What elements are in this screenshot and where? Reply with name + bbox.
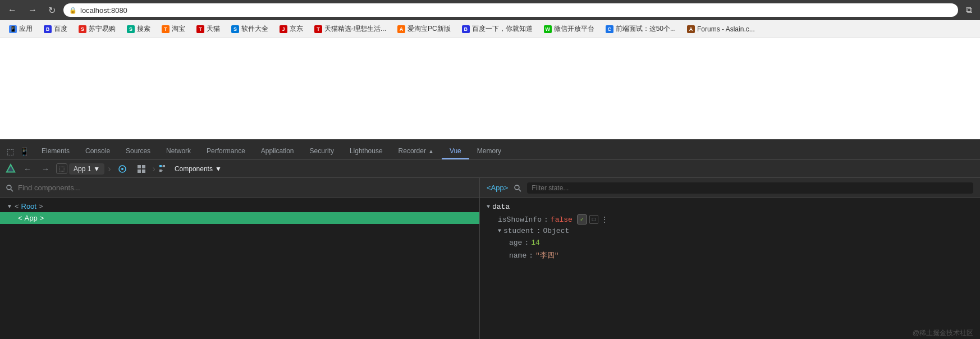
- bookmark-apps[interactable]: 📱 应用: [4, 23, 37, 35]
- bookmark-interview[interactable]: C 前端面试：这50个...: [601, 23, 680, 35]
- back-component-button[interactable]: ←: [20, 163, 35, 175]
- browser-titlebar: ← → ↻ 🔒 localhost:8080 ⧉: [0, 0, 980, 20]
- svg-line-16: [519, 189, 521, 191]
- bookmark-label-wechat: 微信开放平台: [554, 24, 594, 34]
- forward-button[interactable]: →: [25, 4, 40, 16]
- bookmark-icon-apps: 📱: [9, 25, 17, 33]
- tab-performance[interactable]: Performance: [199, 144, 253, 159]
- back-button[interactable]: ←: [4, 4, 20, 16]
- bookmark-icon-suning: S: [79, 25, 86, 33]
- tab-application[interactable]: Application: [253, 144, 302, 159]
- tab-memory[interactable]: Memory: [469, 144, 509, 159]
- bookmark-label-tmall: 天猫: [207, 24, 220, 34]
- student-arrow: ▼: [498, 228, 501, 234]
- bookmark-baidu2[interactable]: B 百度一下，你就知道: [457, 23, 537, 35]
- bookmark-taobao[interactable]: T 淘宝: [157, 23, 190, 35]
- tab-elements[interactable]: Elements: [34, 144, 77, 159]
- bookmark-icon-wechat: W: [544, 25, 552, 33]
- data-section: ▼ data isShowInfo : false ✓ □: [487, 203, 973, 262]
- bookmark-tmall[interactable]: T 天猫: [192, 23, 225, 35]
- inspect-component-button[interactable]: [115, 163, 130, 175]
- inspect-icon-button[interactable]: ⬚: [4, 146, 16, 157]
- tab-network[interactable]: Network: [158, 144, 199, 159]
- devtools-tabs-bar: ⬚ 📱 Elements Console Sources Network Per…: [0, 140, 980, 160]
- external-link-button[interactable]: ⧉: [963, 4, 976, 16]
- device-icon-button[interactable]: 📱: [17, 146, 31, 157]
- bookmark-icon-baidu2: B: [462, 25, 470, 33]
- bookmark-icon-baidu: B: [44, 25, 52, 33]
- svg-rect-8: [159, 165, 162, 167]
- tab-console[interactable]: Console: [77, 144, 118, 159]
- components-label: Components: [175, 165, 213, 173]
- student-colon: :: [537, 227, 541, 235]
- age-key: age: [509, 239, 522, 247]
- bookmark-label-baidu: 百度: [54, 24, 67, 34]
- tree-item-root[interactable]: ▼ <Root>: [0, 200, 479, 212]
- bookmark-wechat[interactable]: W 微信开放平台: [539, 23, 599, 35]
- filter-state-input[interactable]: [527, 182, 973, 194]
- tab-security[interactable]: Security: [302, 144, 342, 159]
- toolbar-separator-1: ›: [108, 164, 111, 174]
- age-row: age : 14: [498, 239, 540, 247]
- data-section-arrow: ▼: [487, 204, 490, 210]
- copy-value-button[interactable]: □: [589, 215, 598, 224]
- tree-item-app[interactable]: <App>: [0, 212, 479, 224]
- component-search-bar: [0, 178, 479, 198]
- bookmark-jd[interactable]: J 京东: [275, 23, 308, 35]
- name-value: "李四": [535, 250, 559, 260]
- app-selector[interactable]: App 1 ▼: [69, 163, 104, 175]
- refresh-button[interactable]: ↻: [45, 4, 59, 17]
- bookmark-search[interactable]: S 搜索: [122, 23, 155, 35]
- app-selector-container[interactable]: ⬚ App 1 ▼: [56, 163, 104, 175]
- student-header[interactable]: ▼ student : Object: [498, 227, 569, 235]
- data-section-header[interactable]: ▼ data: [487, 203, 973, 211]
- component-tree-icon: [159, 164, 168, 173]
- bookmark-icon-jd: J: [280, 25, 287, 33]
- state-panel: <App> ▼ data isShowInfo : false: [480, 178, 980, 339]
- components-selector-container: Components ▼: [159, 163, 226, 175]
- tab-lighthouse[interactable]: Lighthouse: [342, 144, 391, 159]
- svg-rect-7: [142, 170, 145, 173]
- component-search-input[interactable]: [18, 184, 474, 192]
- bookmark-forums[interactable]: A Forums - Aslain.c...: [683, 24, 759, 34]
- tab-vue[interactable]: Vue: [442, 144, 469, 159]
- components-dropdown-button[interactable]: Components ▼: [170, 163, 226, 175]
- app-tag: App: [25, 214, 38, 222]
- bookmark-label-taobao: 淘宝: [172, 24, 185, 34]
- tab-sources[interactable]: Sources: [118, 144, 158, 159]
- bookmark-label-suning: 苏宁易购: [89, 24, 116, 34]
- student-key: student: [503, 227, 534, 235]
- url-text: localhost:8080: [80, 6, 127, 15]
- vue-devtools-toolbar: ← → ⬚ App 1 ▼ › › Components ▼: [0, 160, 980, 178]
- vue-logo-icon: [4, 163, 17, 175]
- isshowinfo-key: isShowInfo: [498, 216, 542, 224]
- svg-rect-10: [159, 170, 162, 172]
- root-bracket-open: <: [15, 202, 19, 210]
- bookmark-icon-aitaobao: A: [397, 25, 405, 33]
- address-bar[interactable]: 🔒 localhost:8080: [63, 3, 958, 17]
- isshowinfo-action-icons: ✓ □ ⋮: [577, 214, 608, 225]
- bookmark-soft[interactable]: S 软件大全: [227, 23, 273, 35]
- isshowinfo-row: isShowInfo : false ✓ □ ⋮: [487, 213, 973, 226]
- bookmark-tmall2[interactable]: T 天猫精选-理想生活...: [310, 23, 391, 35]
- bookmark-icon-tmall2: T: [314, 25, 322, 33]
- devtools-panel: ⬚ 📱 Elements Console Sources Network Per…: [0, 139, 980, 339]
- more-options-button[interactable]: ⋮: [601, 215, 608, 225]
- search-icon: [6, 184, 13, 192]
- toggle-value-button[interactable]: ✓: [577, 214, 587, 225]
- bookmark-aitaobao[interactable]: A 爱淘宝PC新版: [393, 23, 455, 35]
- app-selector-label: App 1: [74, 165, 91, 173]
- tab-recorder[interactable]: Recorder ▲: [391, 144, 442, 159]
- toolbar-separator-2: ›: [153, 164, 155, 174]
- bookmark-suning[interactable]: S 苏宁易购: [74, 23, 120, 35]
- grid-view-button[interactable]: [134, 163, 149, 175]
- components-chevron: ▼: [215, 165, 222, 173]
- name-colon: :: [529, 251, 533, 260]
- bookmark-icon-taobao: T: [162, 25, 170, 33]
- forward-component-button[interactable]: →: [38, 163, 53, 175]
- bookmark-baidu[interactable]: B 百度: [39, 23, 72, 35]
- bookmark-icon-forums: A: [687, 25, 695, 33]
- app-tag-bracket-open: <: [18, 214, 22, 222]
- bookmark-label-search: 搜索: [137, 24, 150, 34]
- isshowinfo-value: false: [551, 216, 573, 224]
